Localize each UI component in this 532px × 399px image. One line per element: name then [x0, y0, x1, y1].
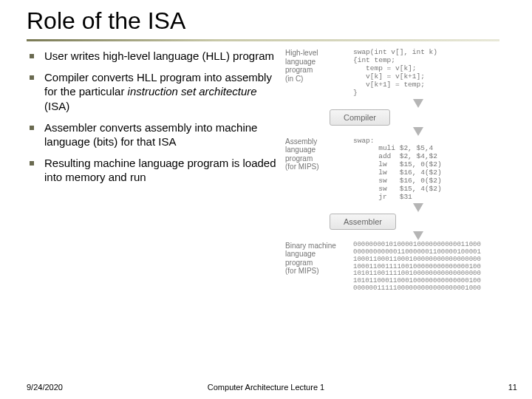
hll-code: swap(int v[], int k) {int temp; temp = v…	[353, 49, 437, 98]
bin-stage: Binary machine language program (for MIP…	[285, 242, 522, 293]
slide-number: 11	[508, 383, 517, 392]
arrow-down-icon	[413, 231, 423, 240]
bullet-item: Assembler converts assembly into machine…	[27, 120, 278, 149]
hll-label: High-level language program (in C)	[285, 49, 346, 83]
arrow-down-icon	[413, 127, 423, 136]
bin-code: 00000000101000010000000000011000 0000000…	[353, 242, 481, 293]
bullet-text: User writes high-level language (HLL) pr…	[44, 50, 274, 62]
assembler-box: Assembler	[330, 214, 396, 230]
compilation-diagram: High-level language program (in C) swap(…	[285, 49, 522, 294]
arrow-down-icon	[413, 99, 423, 108]
bullet-text: Assembler converts assembly into machine…	[44, 121, 257, 148]
slide-title: Role of the ISA	[27, 7, 532, 35]
compiler-box: Compiler	[330, 109, 390, 126]
content-area: User writes high-level language (HLL) pr…	[0, 41, 532, 294]
bullet-text: Resulting machine language program is lo…	[44, 157, 276, 183]
bullet-item: User writes high-level language (HLL) pr…	[27, 49, 278, 63]
bullet-italic: instruction set architecture	[128, 85, 257, 98]
asm-code: swap: muli $2, $5,4 add $2, $4,$2 lw $15…	[353, 137, 442, 202]
footer-title: Computer Architecture Lecture 1	[0, 383, 532, 392]
bin-label: Binary machine language program (for MIP…	[285, 242, 346, 276]
asm-label: Assembly language program (for MIPS)	[285, 137, 346, 171]
bullet-list: User writes high-level language (HLL) pr…	[27, 49, 278, 294]
bullet-text: (ISA)	[44, 100, 69, 112]
asm-stage: Assembly language program (for MIPS) swa…	[285, 137, 522, 202]
hll-stage: High-level language program (in C) swap(…	[285, 49, 522, 98]
arrow-down-icon	[413, 203, 423, 212]
slide-footer: 9/24/2020 Computer Architecture Lecture …	[0, 383, 532, 392]
footer-date: 9/24/2020	[27, 383, 63, 392]
bullet-item: Resulting machine language program is lo…	[27, 156, 278, 184]
bullet-item: Compiler converts HLL program into assem…	[27, 70, 278, 113]
